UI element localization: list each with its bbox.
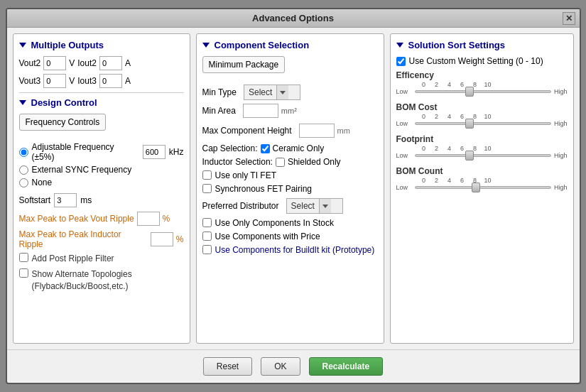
slider-low-3: Low — [396, 184, 412, 191]
slider-bom-count: BOM Count 0246810 Low High — [396, 166, 568, 191]
use-only-ti-fet-checkbox[interactable] — [202, 170, 212, 180]
ext-sync-label: External SYNC Frequency — [32, 165, 132, 175]
use-custom-weight-checkbox[interactable] — [396, 57, 406, 66]
preferred-distributor-arrow — [319, 199, 331, 213]
slider-high-2: High — [554, 152, 568, 159]
none-radio[interactable] — [19, 178, 28, 187]
preferred-distributor-dropdown[interactable]: Select — [286, 198, 343, 214]
min-type-dropdown[interactable]: Select — [244, 85, 300, 100]
triangle-icon-4 — [396, 43, 403, 48]
chevron-down-icon-2 — [322, 205, 328, 208]
close-button[interactable]: ✕ — [563, 12, 575, 25]
add-post-filter-checkbox[interactable] — [19, 253, 28, 262]
synchronous-fet-label: Synchronous FET Pairing — [215, 184, 313, 194]
vout3-label: Vout3 — [19, 76, 41, 86]
ok-button[interactable]: OK — [261, 357, 300, 376]
cap-ceramic-checkbox[interactable] — [261, 144, 270, 153]
slider-low-2: Low — [396, 152, 412, 159]
use-components-buildit-checkbox[interactable] — [202, 245, 212, 254]
vout3-input[interactable] — [43, 74, 66, 88]
vout2-row: Vout2 V Iout2 A — [19, 56, 184, 70]
slider-thumb-3[interactable] — [472, 183, 480, 192]
synchronous-fet-checkbox[interactable] — [202, 184, 212, 193]
show-alt-topologies-label: Show Alternate Topologies (Flyback/Buck/… — [32, 269, 132, 291]
recalculate-button[interactable]: Recalculate — [309, 357, 384, 376]
slider-thumb-0[interactable] — [465, 87, 474, 97]
show-alt-topologies-row: Show Alternate Topologies (Flyback/Buck/… — [19, 268, 184, 293]
min-type-row: Min Type Select — [202, 85, 378, 100]
cap-ceramic-label: Ceramic Only — [273, 143, 325, 153]
slider-thumb-1[interactable] — [465, 119, 474, 129]
reset-button[interactable]: Reset — [203, 357, 252, 376]
component-selection-header: Component Selection — [202, 40, 378, 50]
slider-track-row-3: Low High — [396, 184, 568, 191]
divider-1 — [19, 92, 184, 93]
ext-sync-radio[interactable] — [19, 165, 28, 175]
none-radio-group: None — [19, 178, 184, 187]
slider-thumb-2[interactable] — [465, 151, 474, 160]
max-peak-inductor-input[interactable] — [151, 232, 173, 246]
slider-track-row-0: Low High — [396, 88, 568, 95]
vout2-unit: V — [69, 58, 75, 68]
freq-controls-subpanel: Frequency Controls — [19, 114, 107, 131]
preferred-distributor-label: Preferred Distributor — [202, 201, 279, 211]
max-peak-vout-unit: % — [163, 214, 170, 224]
sliders-container: Efficency 0246810 Low High BOM Cost 0246… — [396, 70, 568, 191]
iout3-label: Iout3 — [77, 76, 97, 86]
show-alt-topologies-checkbox[interactable] — [19, 268, 28, 278]
vout2-label: Vout2 — [19, 58, 41, 68]
use-only-components-stock-checkbox[interactable] — [202, 218, 212, 227]
component-selection-panel: Component Selection Minimum Package Min … — [196, 33, 384, 344]
triangle-icon — [19, 43, 26, 48]
iout2-input[interactable] — [99, 56, 122, 70]
freq-controls-label: Frequency Controls — [26, 117, 100, 127]
adj-freq-radio-group: Adjustable Frequency (±5%) kHz — [19, 142, 184, 162]
dialog-footer: Reset OK Recalculate — [7, 349, 580, 383]
iout3-unit: A — [125, 76, 131, 86]
max-peak-inductor-unit: % — [176, 234, 184, 244]
use-components-buildit-label: Use Components for BuildIt kit (Prototyp… — [215, 245, 375, 255]
cap-selection-label: Cap Selection: — [202, 143, 258, 153]
max-component-height-label: Max Component Height — [202, 126, 292, 136]
use-only-ti-fet-row: Use only TI FET — [202, 170, 378, 180]
use-custom-weight-row: Use Custom Weight Setting (0 - 10) — [396, 56, 568, 66]
max-component-height-input[interactable] — [299, 124, 335, 138]
iout2-label: Iout2 — [77, 58, 97, 68]
max-peak-vout-input[interactable] — [137, 212, 160, 226]
slider-high-3: High — [554, 184, 568, 191]
slider-scale-3: 0246810 — [418, 177, 568, 184]
inductor-shielded-checkbox[interactable] — [276, 158, 285, 167]
slider-scale-1: 0246810 — [418, 113, 568, 120]
use-components-price-checkbox[interactable] — [202, 232, 212, 241]
softstart-input[interactable] — [54, 193, 77, 207]
use-components-price-row: Use Components with Price — [202, 232, 378, 241]
adj-freq-input[interactable] — [143, 145, 166, 159]
softstart-row: Softstart ms — [19, 193, 184, 207]
min-area-input[interactable] — [243, 104, 278, 118]
inductor-shielded-label: Shielded Only — [288, 157, 341, 167]
preferred-distributor-row: Preferred Distributor Select — [202, 198, 378, 214]
slider-track-row-1: Low High — [396, 120, 568, 127]
min-package-label: Minimum Package — [209, 60, 279, 70]
slider-track-1[interactable] — [415, 122, 551, 125]
slider-label-3: BOM Count — [396, 166, 568, 176]
slider-scale-2: 0246810 — [418, 145, 568, 152]
slider-track-3[interactable] — [415, 186, 551, 189]
min-area-row: Min Area mm² — [202, 104, 378, 118]
min-area-unit: mm² — [281, 107, 297, 115]
dialog-title: Advanced Options — [252, 13, 334, 23]
adj-freq-radio[interactable] — [19, 148, 28, 157]
iout3-input[interactable] — [99, 74, 122, 88]
vout2-input[interactable] — [43, 56, 66, 70]
max-peak-vout-label: Max Peak to Peak Vout Ripple — [19, 214, 134, 224]
use-components-price-label: Use Components with Price — [215, 232, 320, 241]
inductor-selection-label: Inductor Selection: — [202, 157, 273, 167]
slider-track-0[interactable] — [415, 90, 551, 93]
vout3-row: Vout3 V Iout3 A — [19, 74, 184, 88]
slider-low-0: Low — [396, 88, 412, 95]
min-type-arrow — [276, 85, 288, 99]
use-components-buildit-row: Use Components for BuildIt kit (Prototyp… — [202, 245, 378, 255]
slider-track-2[interactable] — [415, 154, 551, 157]
max-peak-vout-row: Max Peak to Peak Vout Ripple % — [19, 212, 184, 226]
use-only-components-stock-label: Use Only Components In Stock — [215, 218, 334, 228]
